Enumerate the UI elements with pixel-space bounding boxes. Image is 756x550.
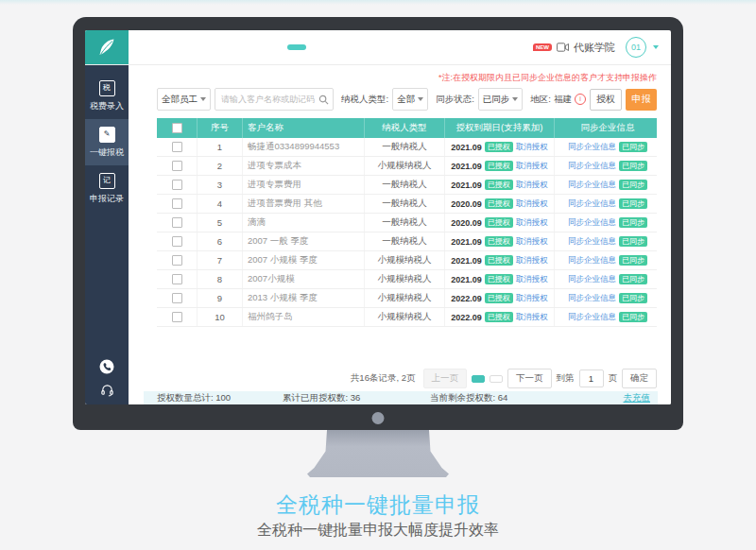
synced-badge: 已同步 bbox=[619, 255, 647, 266]
authorize-button[interactable]: 授权 bbox=[590, 89, 622, 111]
nav-tab[interactable] bbox=[322, 44, 341, 50]
row-checkbox[interactable] bbox=[172, 293, 182, 303]
synced-badge: 已同步 bbox=[619, 198, 647, 210]
search-icon[interactable] bbox=[318, 95, 329, 105]
nav-tab[interactable] bbox=[147, 44, 166, 50]
expiry-date: 2021.09 bbox=[451, 275, 482, 284]
row-checkbox[interactable] bbox=[172, 217, 182, 228]
row-number: 6 bbox=[197, 232, 242, 250]
taxpayer-type: 小规模纳税人 bbox=[364, 157, 444, 175]
sidebar-item-icon: 税 bbox=[99, 80, 115, 96]
chevron-down-icon bbox=[200, 97, 206, 101]
confirm-page-button[interactable]: 确定 bbox=[622, 369, 657, 388]
region-field: 地区: 福建 i bbox=[530, 94, 586, 106]
nav-tab[interactable] bbox=[182, 44, 201, 50]
authorization-note: *注:在授权期限内且已同步企业信息的客户才支持申报操作 bbox=[129, 72, 657, 84]
main-content: *注:在授权期限内且已同步企业信息的客户才支持申报操作 全部员工 纳税人类型: bbox=[129, 65, 671, 404]
row-checkbox[interactable] bbox=[172, 161, 182, 171]
app-logo[interactable] bbox=[85, 30, 129, 64]
header-client-name: 客户名称 bbox=[242, 118, 364, 138]
taxpayer-type: 小规模纳税人 bbox=[364, 289, 444, 307]
sync-company-info-link[interactable]: 同步企业信息 bbox=[568, 161, 616, 172]
row-checkbox[interactable] bbox=[172, 236, 182, 247]
row-number: 4 bbox=[197, 195, 242, 213]
sync-company-info-link[interactable]: 同步企业信息 bbox=[568, 312, 616, 323]
client-name: 进项普票费用 其他 bbox=[242, 195, 364, 213]
page-number-button[interactable] bbox=[472, 375, 485, 383]
row-checkbox[interactable] bbox=[172, 142, 182, 152]
client-name: 2007 一般 季度 bbox=[242, 232, 364, 250]
synced-badge: 已同步 bbox=[619, 217, 647, 229]
cancel-authorization-link[interactable]: 取消授权 bbox=[516, 255, 548, 266]
nav-tab[interactable] bbox=[252, 44, 271, 50]
expiry-date: 2021.09 bbox=[451, 162, 482, 171]
cancel-authorization-link[interactable]: 取消授权 bbox=[516, 142, 548, 153]
avatar[interactable]: 01 bbox=[626, 37, 646, 58]
cancel-authorization-link[interactable]: 取消授权 bbox=[516, 180, 548, 191]
cancel-authorization-link[interactable]: 取消授权 bbox=[516, 217, 548, 229]
header-checkbox-cell bbox=[157, 118, 197, 138]
row-checkbox-cell bbox=[157, 214, 197, 232]
nav-tab[interactable] bbox=[217, 44, 236, 50]
sync-company-info-link[interactable]: 同步企业信息 bbox=[568, 180, 616, 191]
taxpayer-type: 小规模纳税人 bbox=[364, 270, 444, 288]
chevron-down-icon[interactable] bbox=[653, 45, 659, 49]
sync-cell: 同步企业信息 已同步 bbox=[554, 308, 661, 326]
synced-badge: 已同步 bbox=[619, 236, 647, 248]
sync-company-info-link[interactable]: 同步企业信息 bbox=[568, 142, 616, 153]
goto-page-input[interactable] bbox=[579, 370, 604, 387]
row-checkbox[interactable] bbox=[172, 180, 182, 190]
sync-company-info-link[interactable]: 同步企业信息 bbox=[568, 198, 616, 210]
academy-link[interactable]: 代账学院 bbox=[574, 41, 615, 55]
sidebar: 税 税费录入 ✎ 一键报税 记 申报记录 bbox=[85, 65, 129, 404]
cancel-authorization-link[interactable]: 取消授权 bbox=[516, 161, 548, 172]
sync-company-info-link[interactable]: 同步企业信息 bbox=[568, 217, 616, 229]
sidebar-item[interactable]: 记 申报记录 bbox=[85, 165, 129, 212]
taxpayer-type-value: 全部 bbox=[397, 94, 415, 106]
sync-cell: 同步企业信息 已同步 bbox=[554, 232, 661, 250]
sync-company-info-link[interactable]: 同步企业信息 bbox=[568, 255, 616, 266]
row-checkbox-cell bbox=[157, 289, 197, 307]
search-input[interactable] bbox=[219, 94, 318, 105]
cancel-authorization-link[interactable]: 取消授权 bbox=[516, 312, 548, 323]
sync-company-info-link[interactable]: 同步企业信息 bbox=[568, 274, 616, 285]
recharge-link[interactable]: 去充值 bbox=[624, 392, 651, 404]
region-value: 福建 bbox=[554, 94, 572, 106]
cancel-authorization-link[interactable]: 取消授权 bbox=[516, 236, 548, 248]
sidebar-item[interactable]: 税 税费录入 bbox=[85, 73, 129, 119]
taxpayer-type: 一般纳税人 bbox=[364, 138, 444, 156]
nav-tab[interactable] bbox=[287, 44, 306, 50]
page-number-button[interactable] bbox=[490, 375, 503, 383]
row-checkbox-cell bbox=[157, 232, 197, 250]
cancel-authorization-link[interactable]: 取消授权 bbox=[516, 274, 548, 285]
row-number: 2 bbox=[197, 157, 242, 175]
next-page-button[interactable]: 下一页 bbox=[507, 369, 552, 388]
search-box[interactable] bbox=[215, 88, 334, 111]
info-icon[interactable]: i bbox=[575, 94, 586, 105]
sync-company-info-link[interactable]: 同步企业信息 bbox=[568, 293, 616, 304]
taxpayer-type-select[interactable]: 全部 bbox=[392, 88, 428, 111]
synced-badge: 已同步 bbox=[619, 293, 647, 304]
declare-button[interactable]: 申报 bbox=[626, 89, 657, 111]
row-checkbox-cell bbox=[157, 195, 197, 213]
sync-company-info-link[interactable]: 同步企业信息 bbox=[568, 236, 616, 248]
customer-service-icon[interactable] bbox=[100, 383, 114, 397]
chevron-down-icon bbox=[512, 97, 518, 101]
sidebar-item[interactable]: ✎ 一键报税 bbox=[85, 119, 129, 165]
row-checkbox[interactable] bbox=[172, 198, 182, 209]
staff-select[interactable]: 全部员工 bbox=[157, 88, 211, 111]
row-checkbox[interactable] bbox=[172, 274, 182, 284]
sync-status-select[interactable]: 已同步 bbox=[478, 88, 524, 111]
row-number: 5 bbox=[197, 214, 242, 232]
prev-page-button[interactable]: 上一页 bbox=[423, 369, 468, 388]
cancel-authorization-link[interactable]: 取消授权 bbox=[516, 198, 548, 210]
sync-status-value: 已同步 bbox=[483, 94, 510, 106]
row-checkbox[interactable] bbox=[172, 255, 182, 266]
taxpayer-type: 一般纳税人 bbox=[364, 214, 444, 232]
row-number: 7 bbox=[197, 251, 242, 269]
row-checkbox[interactable] bbox=[172, 312, 182, 322]
cancel-authorization-link[interactable]: 取消授权 bbox=[516, 293, 548, 304]
select-all-checkbox[interactable] bbox=[172, 123, 182, 133]
table-header: 序号 客户名称 纳税人类型 授权到期日(支持累加) 同步企业信息 bbox=[157, 118, 657, 138]
phone-icon[interactable] bbox=[99, 359, 114, 374]
